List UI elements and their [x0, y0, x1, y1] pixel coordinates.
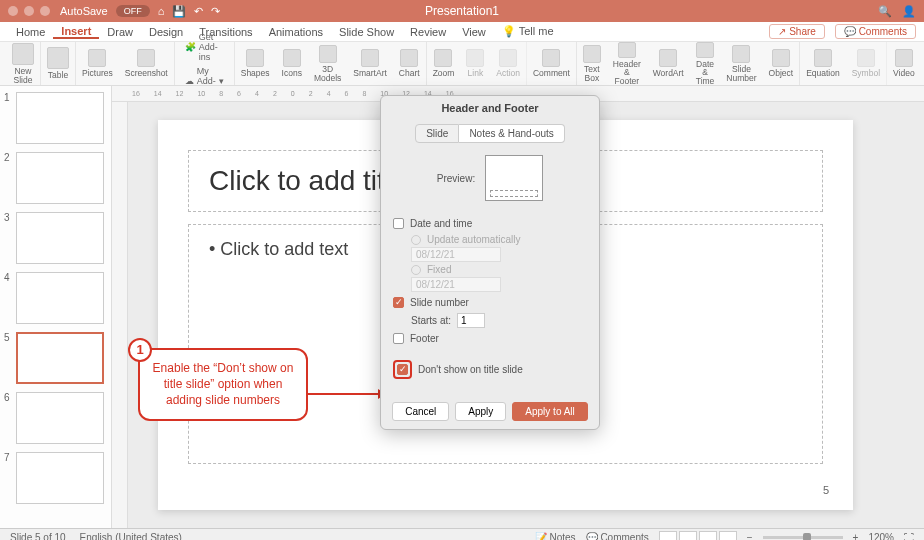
ribbon-icons[interactable]: Icons — [276, 42, 308, 85]
slide-number-checkbox-row[interactable]: Slide number — [393, 294, 587, 311]
ribbon-pictures[interactable]: Pictures — [76, 42, 119, 85]
zoom-in-button[interactable]: + — [853, 532, 859, 540]
apply-all-button[interactable]: Apply to All — [512, 402, 587, 421]
thumb-3[interactable]: 3 — [4, 212, 107, 264]
starts-at-label: Starts at: — [411, 315, 451, 326]
zoom-level[interactable]: 120% — [868, 532, 894, 540]
instruction-callout: 1 Enable the “Don’t show on title slide”… — [138, 348, 308, 421]
view-mode-buttons — [659, 531, 737, 541]
dialog-tab-slide[interactable]: Slide — [415, 124, 459, 143]
ribbon-header-footer[interactable]: Header & Footer — [607, 42, 647, 85]
dont-show-title-checkbox[interactable] — [397, 364, 408, 375]
ribbon-chart[interactable]: Chart — [393, 42, 427, 85]
thumb-5[interactable]: 5 — [4, 332, 107, 384]
date-time-checkbox-row[interactable]: Date and time — [393, 215, 587, 232]
slide-number-checkbox[interactable] — [393, 297, 404, 308]
fit-to-window-button[interactable]: ⛶ — [904, 532, 914, 540]
normal-view-button[interactable] — [659, 531, 677, 541]
autosave-toggle[interactable]: OFF — [116, 5, 150, 17]
reading-view-button[interactable] — [699, 531, 717, 541]
tab-view[interactable]: View — [454, 26, 494, 38]
ribbon-shapes[interactable]: Shapes — [235, 42, 276, 85]
dont-show-title-row[interactable]: Don't show on title slide — [393, 357, 587, 382]
apply-button[interactable]: Apply — [455, 402, 506, 421]
get-addins-button[interactable]: 🧩Get Add-ins — [181, 31, 228, 63]
symbol-icon — [857, 49, 875, 67]
video-icon — [895, 49, 913, 67]
slide-page-number: 5 — [823, 484, 829, 496]
zoom-out-button[interactable]: − — [747, 532, 753, 540]
ribbon-symbol[interactable]: Symbol — [846, 42, 887, 85]
maximize-icon[interactable] — [40, 6, 50, 16]
tab-insert[interactable]: Insert — [53, 25, 99, 39]
share-button[interactable]: ↗ Share — [769, 24, 824, 39]
ribbon-text-box[interactable]: Text Box — [577, 42, 607, 85]
wordart-icon — [659, 49, 677, 67]
auto-date-field[interactable] — [411, 247, 501, 262]
ribbon-wordart[interactable]: WordArt — [647, 42, 690, 85]
fixed-row: Fixed — [393, 264, 587, 275]
tab-draw[interactable]: Draw — [99, 26, 141, 38]
sorter-view-button[interactable] — [679, 531, 697, 541]
slideshow-view-button[interactable] — [719, 531, 737, 541]
thumb-6[interactable]: 6 — [4, 392, 107, 444]
comments-pane-button[interactable]: 💬 Comments — [586, 532, 649, 540]
window-controls[interactable] — [8, 6, 50, 16]
thumb-4[interactable]: 4 — [4, 272, 107, 324]
save-icon[interactable]: 💾 — [172, 5, 186, 18]
tab-tell-me[interactable]: 💡 Tell me — [494, 25, 562, 38]
search-icon[interactable]: 🔍 — [878, 5, 892, 18]
slide-number-label: Slide number — [410, 297, 469, 308]
icons-icon — [283, 49, 301, 67]
ribbon-smartart[interactable]: SmartArt — [347, 42, 393, 85]
notes-button[interactable]: 📝 Notes — [535, 532, 576, 540]
ribbon-equation[interactable]: Equation — [800, 42, 846, 85]
footer-checkbox[interactable] — [393, 333, 404, 344]
textbox-icon — [583, 45, 601, 63]
home-icon[interactable]: ⌂ — [158, 5, 165, 17]
ribbon-object[interactable]: Object — [763, 42, 801, 85]
undo-icon[interactable]: ↶ — [194, 5, 203, 18]
dont-show-highlight — [393, 360, 412, 379]
update-auto-radio[interactable] — [411, 235, 421, 245]
zoom-slider[interactable] — [763, 536, 843, 539]
chart-icon — [400, 49, 418, 67]
user-icon[interactable]: 👤 — [902, 5, 916, 18]
ribbon-video[interactable]: Video — [887, 42, 921, 85]
ribbon-slide-number[interactable]: Slide Number — [720, 42, 762, 85]
pictures-icon — [88, 49, 106, 67]
comments-button[interactable]: 💬 Comments — [835, 24, 916, 39]
starts-at-input[interactable] — [457, 313, 485, 328]
ribbon-new-slide[interactable]: New Slide — [6, 42, 41, 85]
fixed-radio[interactable] — [411, 265, 421, 275]
redo-icon[interactable]: ↷ — [211, 5, 220, 18]
dialog-tab-handouts[interactable]: Notes & Hand-outs — [459, 124, 565, 143]
tab-animations[interactable]: Animations — [261, 26, 331, 38]
status-language[interactable]: English (United States) — [80, 532, 182, 540]
callout-number: 1 — [128, 338, 152, 362]
minimize-icon[interactable] — [24, 6, 34, 16]
cancel-button[interactable]: Cancel — [392, 402, 449, 421]
tab-slide-show[interactable]: Slide Show — [331, 26, 402, 38]
ribbon-zoom[interactable]: Zoom — [427, 42, 461, 85]
thumb-7[interactable]: 7 — [4, 452, 107, 504]
action-icon — [499, 49, 517, 67]
footer-checkbox-row[interactable]: Footer — [393, 330, 587, 347]
ribbon-comment[interactable]: Comment — [527, 42, 577, 85]
thumb-1[interactable]: 1 — [4, 92, 107, 144]
close-icon[interactable] — [8, 6, 18, 16]
ribbon-date-time[interactable]: Date & Time — [690, 42, 721, 85]
tab-home[interactable]: Home — [8, 26, 53, 38]
fixed-date-field[interactable] — [411, 277, 501, 292]
slide-thumbnails[interactable]: 1 2 3 4 5 6 7 — [0, 86, 112, 528]
ribbon-table[interactable]: Table — [41, 42, 76, 85]
thumb-2[interactable]: 2 — [4, 152, 107, 204]
ribbon-screenshot[interactable]: Screenshot — [119, 42, 175, 85]
ribbon-action[interactable]: Action — [490, 42, 527, 85]
autosave-label: AutoSave — [60, 5, 108, 17]
ribbon-link[interactable]: Link — [460, 42, 490, 85]
tab-review[interactable]: Review — [402, 26, 454, 38]
date-time-checkbox[interactable] — [393, 218, 404, 229]
ribbon-audio[interactable]: Audio — [921, 42, 924, 85]
ribbon-3d-models[interactable]: 3D Models — [308, 42, 347, 85]
